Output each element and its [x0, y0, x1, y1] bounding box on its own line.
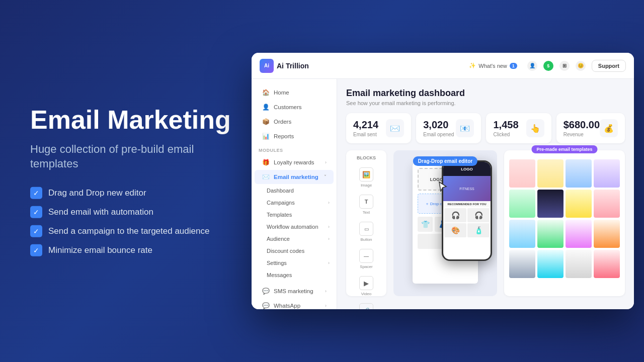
submenu-dashboard[interactable]: Dashboard: [252, 185, 337, 197]
feature-text-3: Send a campaign to the targeted audience: [48, 226, 209, 236]
sidebar-item-sms[interactable]: 💬 SMS marketing ›: [255, 284, 334, 298]
whats-new-label: What's new: [478, 63, 507, 69]
features-list: ✓ Drag and Drop new editor ✓ Send email …: [30, 187, 242, 256]
sms-icon: 💬: [262, 288, 270, 295]
editor-area[interactable]: Drag-Drop email editor LOGO beauty co. ＋…: [393, 150, 497, 296]
sidebar-item-orders[interactable]: 📦 Orders: [255, 115, 334, 129]
feature-text-2: Send email with automation: [48, 207, 153, 217]
whatsapp-icon: 💬: [262, 302, 270, 309]
template-thumb-2[interactable]: [537, 159, 564, 188]
mobile-product-3: 🎨: [444, 223, 466, 237]
modules-label: MODULES: [252, 144, 337, 155]
template-thumb-11[interactable]: [566, 220, 592, 248]
whats-new-badge: 1: [510, 63, 517, 69]
video-block-label: Video: [361, 292, 371, 296]
template-thumb-4[interactable]: [594, 159, 620, 188]
submenu-campaigns-label: Campaigns: [267, 200, 295, 206]
block-spacer[interactable]: — Spacer: [349, 246, 383, 272]
stat-label-sent: Email sent: [353, 132, 378, 137]
whats-new-button[interactable]: ✨ What's new 1: [465, 60, 521, 71]
sidebar-item-reports[interactable]: 📊 Reports: [255, 129, 334, 143]
template-thumb-1[interactable]: [509, 159, 535, 188]
template-thumb-13[interactable]: [509, 250, 535, 278]
currency-icon[interactable]: $: [543, 61, 553, 71]
premade-badge: Pre-made email templates: [531, 145, 597, 153]
blocks-panel: Blocks 🖼️ Image T Text ▭ Button —: [346, 150, 386, 296]
chevron-icon: ›: [325, 160, 327, 165]
block-social[interactable]: 🔗 Social: [349, 300, 383, 309]
template-thumb-16[interactable]: [594, 250, 620, 278]
feature-text-4: Minimize email bounce rate: [48, 245, 152, 255]
template-thumb-5[interactable]: [509, 190, 535, 218]
sidebar-item-orders-label: Orders: [274, 119, 291, 125]
image-block-label: Image: [361, 183, 372, 188]
audience-chevron-icon: ›: [328, 236, 330, 241]
template-thumb-8[interactable]: [594, 190, 620, 218]
block-image[interactable]: 🖼️ Image: [349, 164, 383, 191]
submenu-workflow[interactable]: Workflow automation ›: [252, 221, 337, 233]
reports-icon: 📊: [262, 133, 270, 140]
template-thumb-3[interactable]: [566, 159, 592, 188]
sidebar-item-email[interactable]: ✉️ Email marketing ˅: [255, 170, 334, 184]
feature-item-3: ✓ Send a campaign to the targeted audien…: [30, 225, 242, 237]
check-icon-1: ✓: [30, 187, 42, 199]
stat-label-revenue: Revenue: [564, 132, 600, 137]
user-icon[interactable]: 👤: [527, 61, 537, 71]
customers-icon: 👤: [262, 104, 270, 111]
submenu-audience[interactable]: Audience ›: [252, 233, 337, 245]
sidebar-item-home[interactable]: 🏠 Home: [255, 85, 334, 100]
template-thumb-12[interactable]: [594, 220, 620, 248]
mobile-hero: FITNESS: [443, 176, 491, 201]
sidebar-item-sms-label: SMS marketing: [274, 288, 313, 294]
mobile-product-4: 🧴: [467, 223, 490, 237]
stat-label-opened: Email opened: [423, 132, 454, 137]
spacer-block-icon: —: [359, 249, 373, 263]
block-text[interactable]: T Text: [349, 192, 383, 218]
avatar-icon[interactable]: 😊: [576, 61, 586, 71]
template-thumb-14[interactable]: [537, 250, 564, 278]
check-icon-2: ✓: [30, 206, 42, 218]
sidebar-item-reports-label: Reports: [274, 133, 294, 139]
submenu-messages[interactable]: Messages: [252, 269, 337, 281]
submenu-discount-label: Discount codes: [267, 248, 304, 254]
sidebar-item-loyalty[interactable]: 🎁 Loyalty rewards ›: [255, 155, 334, 169]
social-block-icon: 🔗: [359, 303, 373, 309]
clicked-icon: 👆: [526, 119, 544, 137]
block-button[interactable]: ▭ Button: [349, 219, 383, 245]
subtitle: Huge collection of pre-build email templ…: [30, 142, 242, 171]
sparkle-icon: ✨: [469, 62, 476, 69]
mobile-product-1: 🎧: [444, 208, 466, 222]
mobile-preview: LOGO FITNESS RECOMMENDED FOR YOU 🎧 🎧 🎨 🧴: [442, 160, 492, 261]
sidebar-item-loyalty-label: Loyalty rewards: [274, 159, 314, 165]
image-block-icon: 🖼️: [359, 167, 373, 182]
stat-card-opened: 3,020 Email opened 📧: [416, 113, 481, 143]
template-thumb-7[interactable]: [566, 190, 592, 218]
page-title: Email marketing dashboard: [346, 88, 625, 99]
product-img-1: 👕: [418, 217, 433, 232]
home-icon: 🏠: [262, 89, 270, 96]
sidebar-item-whatsapp[interactable]: 💬 WhatsApp ›: [255, 299, 334, 309]
sidebar-item-whatsapp-label: WhatsApp: [274, 303, 300, 309]
sidebar-item-customers[interactable]: 👤 Customers: [255, 100, 334, 114]
submenu-settings[interactable]: Settings ›: [252, 257, 337, 269]
submenu-templates[interactable]: Templates: [252, 209, 337, 221]
submenu-discount[interactable]: Discount codes: [252, 245, 337, 257]
template-thumb-9[interactable]: [509, 220, 535, 248]
mobile-content: LOGO FITNESS RECOMMENDED FOR YOU 🎧 🎧 🎨 🧴: [443, 162, 491, 259]
drag-drop-badge: Drag-Drop email editor: [413, 156, 477, 166]
template-thumb-10[interactable]: [537, 220, 564, 248]
submenu-campaigns[interactable]: Campaigns ›: [252, 197, 337, 209]
support-button[interactable]: Support: [592, 60, 626, 72]
grid-icon[interactable]: ⊞: [559, 61, 570, 71]
templates-grid: [509, 159, 620, 278]
feature-text-1: Drag and Drop new editor: [48, 188, 146, 198]
template-thumb-15[interactable]: [566, 250, 592, 278]
campaigns-chevron-icon: ›: [328, 200, 330, 205]
submenu-messages-label: Messages: [267, 272, 292, 278]
template-thumb-6[interactable]: [537, 190, 564, 218]
block-video[interactable]: ▶ Video: [349, 273, 383, 299]
stat-card-sent: 4,214 Email sent ✉️: [346, 113, 411, 143]
text-block-label: Text: [363, 210, 370, 215]
settings-chevron-icon: ›: [328, 260, 330, 265]
stat-value-revenue: $680.00: [564, 119, 600, 131]
